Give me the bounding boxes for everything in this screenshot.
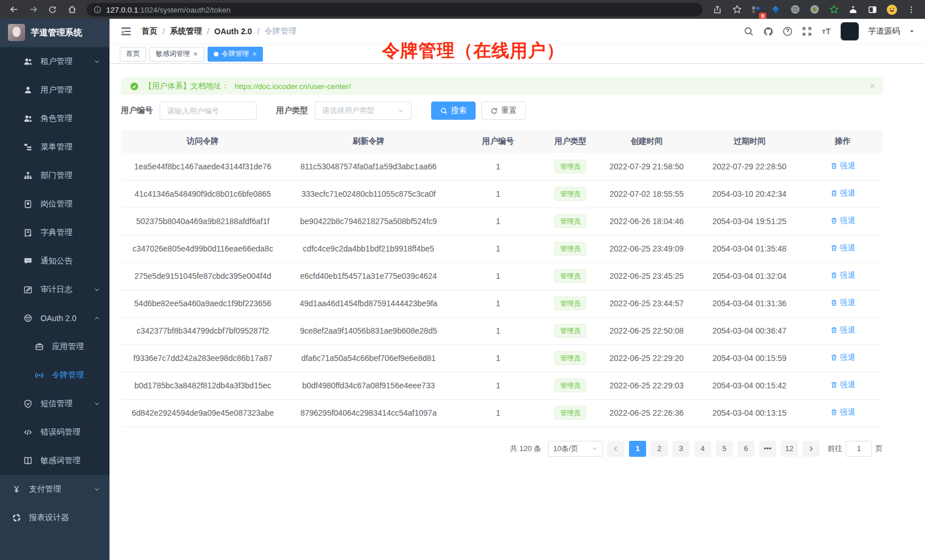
- sidebar-item-sms[interactable]: 短信管理: [0, 389, 109, 418]
- github-icon[interactable]: [763, 26, 773, 36]
- force-logout-button[interactable]: 强退: [830, 270, 855, 281]
- sidebar-item-code[interactable]: 错误码管理: [0, 418, 109, 447]
- force-logout-button[interactable]: 强退: [830, 298, 855, 308]
- created-time-cell: 2022-06-25 22:29:20: [597, 344, 696, 372]
- force-logout-button[interactable]: 强退: [830, 188, 855, 198]
- page-button-5[interactable]: 5: [716, 441, 733, 457]
- breadcrumb-item[interactable]: OAuth 2.0: [214, 27, 252, 36]
- trash-icon: [830, 327, 838, 334]
- force-logout-button[interactable]: 强退: [830, 407, 855, 417]
- user-avatar[interactable]: [841, 22, 859, 40]
- sidebar-item-pay[interactable]: 支付管理: [0, 475, 109, 504]
- page-more-button[interactable]: •••: [759, 441, 776, 457]
- alert-doc-link[interactable]: https://doc.iocoder.cn/user-center/: [235, 82, 351, 91]
- browser-toolbar: 127.0.0.1:1024/system/oauth2/token 9: [0, 0, 925, 19]
- sidebar-item-audit[interactable]: 审计日志: [0, 275, 109, 304]
- page-button-1[interactable]: 1: [629, 441, 646, 457]
- browser-menu-icon[interactable]: [903, 2, 919, 18]
- user-type-select[interactable]: 请选择用户类型: [315, 102, 412, 120]
- force-logout-button[interactable]: 强退: [830, 325, 855, 335]
- tab-敏感词管理[interactable]: 敏感词管理×: [149, 47, 204, 62]
- star-extension-icon[interactable]: [826, 2, 842, 18]
- page-button-3[interactable]: 3: [672, 441, 689, 457]
- user-type-cell: 管理员: [543, 180, 597, 208]
- fullscreen-icon[interactable]: [802, 26, 812, 36]
- next-page-button[interactable]: [802, 441, 819, 457]
- diamond-extension-icon[interactable]: [768, 2, 784, 18]
- site-info-icon[interactable]: [94, 6, 102, 14]
- page-button-2[interactable]: 2: [651, 441, 668, 457]
- font-size-icon[interactable]: [821, 26, 831, 36]
- page-button-4[interactable]: 4: [694, 441, 711, 457]
- app-logo-row[interactable]: 芋道管理系统: [0, 19, 109, 46]
- users-icon: [23, 57, 33, 67]
- search-icon[interactable]: [744, 26, 754, 36]
- force-logout-button[interactable]: 强退: [830, 352, 855, 363]
- sidebar-item-app[interactable]: 应用管理: [0, 332, 109, 361]
- tab-令牌管理[interactable]: 令牌管理×: [208, 47, 263, 62]
- user-type-cell: 管理员: [543, 290, 597, 317]
- back-icon[interactable]: [6, 2, 22, 18]
- reset-button[interactable]: 重置: [481, 102, 526, 120]
- sidebar-item-notice[interactable]: 通知公告: [0, 247, 109, 275]
- dot-extension-icon[interactable]: [806, 2, 822, 18]
- page-size-select[interactable]: 10条/页: [548, 441, 603, 457]
- share-icon[interactable]: [709, 2, 725, 18]
- caret-down-icon[interactable]: [909, 29, 915, 34]
- sidebar-item-users[interactable]: 租户管理: [0, 47, 109, 76]
- goto-page-input[interactable]: [846, 441, 872, 457]
- breadcrumb-item[interactable]: 首页: [141, 26, 157, 36]
- sidebar-item-users[interactable]: 角色管理: [0, 104, 109, 133]
- home-icon[interactable]: [64, 2, 80, 18]
- address-bar[interactable]: 127.0.0.1:1024/system/oauth2/token: [87, 3, 703, 17]
- action-cell: 强退: [803, 153, 883, 180]
- action-cell: 强退: [803, 372, 883, 399]
- sidebar-item-post[interactable]: 岗位管理: [0, 190, 109, 218]
- table-row: 6d842e2924594de9a09e45e087323abe8796295f…: [121, 399, 883, 427]
- user-type-badge: 管理员: [554, 269, 586, 283]
- puzzle-icon[interactable]: [845, 2, 861, 18]
- sidebar-item-oauth[interactable]: OAuth 2.0: [0, 304, 109, 332]
- force-logout-button[interactable]: 强退: [830, 243, 855, 253]
- sidebar-item-menu-tree[interactable]: 菜单管理: [0, 133, 109, 161]
- trash-icon: [830, 409, 838, 416]
- profile-avatar-icon[interactable]: [884, 2, 900, 18]
- sidebar-item-words[interactable]: 敏感词管理: [0, 447, 109, 475]
- side-panel-icon[interactable]: [865, 2, 881, 18]
- user-icon: [23, 86, 33, 95]
- tab-label: 敏感词管理: [156, 49, 190, 59]
- collapse-sidebar-icon[interactable]: [120, 25, 132, 38]
- alert-close-icon[interactable]: ×: [870, 81, 875, 91]
- sidebar-item-org[interactable]: 部门管理: [0, 161, 109, 190]
- sidebar-item-token[interactable]: 令牌管理: [0, 361, 109, 389]
- page-button-12[interactable]: 12: [781, 441, 798, 457]
- expire-time-cell: 2054-03-04 01:32:04: [696, 262, 803, 290]
- force-logout-button[interactable]: 强退: [830, 380, 855, 390]
- tab-close-icon[interactable]: ×: [253, 50, 257, 58]
- sidebar-item-report[interactable]: 报表设计器: [0, 504, 109, 532]
- force-logout-button[interactable]: 强退: [830, 161, 855, 171]
- page-button-6[interactable]: 6: [737, 441, 754, 457]
- reload-icon[interactable]: [44, 2, 60, 18]
- sidebar-item-dict[interactable]: 字典管理: [0, 218, 109, 247]
- tab-close-icon[interactable]: ×: [193, 50, 198, 58]
- forward-icon[interactable]: [25, 2, 41, 18]
- prev-page-button[interactable]: [607, 441, 624, 457]
- command-extension-icon[interactable]: [787, 2, 803, 18]
- force-logout-button[interactable]: 强退: [830, 216, 855, 226]
- code-icon: [23, 428, 33, 437]
- action-cell: 强退: [803, 399, 883, 427]
- breadcrumb-item[interactable]: 系统管理: [170, 26, 202, 36]
- action-cell: 强退: [803, 290, 883, 317]
- extension-icon[interactable]: 9: [748, 2, 764, 18]
- help-icon[interactable]: [782, 26, 793, 36]
- created-time-cell: 2022-06-25 23:44:57: [597, 290, 696, 317]
- bookmark-star-icon[interactable]: [729, 2, 745, 18]
- sidebar-item-user[interactable]: 用户管理: [0, 76, 109, 104]
- user-id-cell: 1: [452, 290, 543, 317]
- sidebar-item-label: 应用管理: [52, 342, 84, 352]
- user-id-input[interactable]: [160, 102, 257, 120]
- search-button[interactable]: 搜索: [431, 102, 476, 120]
- user-name[interactable]: 芋道源码: [868, 26, 900, 36]
- tab-首页[interactable]: 首页: [120, 47, 146, 62]
